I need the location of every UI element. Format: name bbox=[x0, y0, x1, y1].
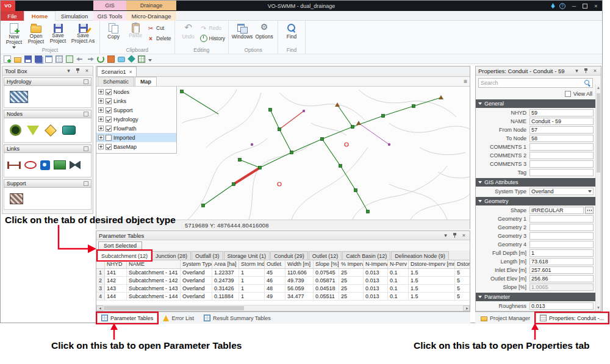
view-all-checkbox[interactable] bbox=[565, 91, 571, 97]
scroll-left-icon[interactable] bbox=[96, 305, 103, 311]
pump-tool-icon[interactable] bbox=[24, 161, 37, 169]
support-tool-icon[interactable] bbox=[10, 193, 23, 204]
windows-button[interactable]: Windows bbox=[232, 22, 253, 40]
column-header[interactable]: N-Perv bbox=[388, 260, 409, 268]
quick-toolbar-icon[interactable] bbox=[118, 57, 125, 62]
cell-nhyd[interactable]: 142 bbox=[105, 277, 127, 284]
quick-toolbar-icon[interactable] bbox=[66, 55, 73, 63]
cell-storm-index[interactable]: 1 bbox=[239, 285, 265, 292]
quick-toolbar-icon[interactable] bbox=[148, 59, 152, 62]
column-header[interactable]: Outlet bbox=[265, 260, 285, 268]
chevron-down-icon[interactable]: ▾ bbox=[442, 232, 449, 239]
property-value-input[interactable] bbox=[529, 160, 594, 168]
section-nodes[interactable]: Nodes bbox=[4, 110, 92, 118]
cell-outlet[interactable]: 49 bbox=[265, 293, 285, 300]
expand-icon[interactable] bbox=[98, 89, 104, 95]
cell-dstore-perv[interactable]: 5 bbox=[455, 285, 470, 292]
options-button[interactable]: ⚙ Options bbox=[254, 22, 274, 40]
close-icon[interactable]: × bbox=[129, 69, 132, 75]
column-header[interactable]: Width [m] bbox=[285, 260, 314, 268]
cell-system-type[interactable]: Overland bbox=[181, 277, 212, 284]
quick-toolbar-icon[interactable] bbox=[107, 55, 115, 63]
cell-width[interactable]: 110.606 bbox=[285, 269, 314, 276]
property-value-input[interactable] bbox=[529, 224, 594, 231]
cell-slope[interactable]: 0.04518 bbox=[314, 285, 339, 292]
quick-toolbar-icon[interactable] bbox=[14, 57, 21, 63]
section-support[interactable]: Support bbox=[4, 179, 92, 188]
cell-dstore-perv[interactable]: 5 bbox=[455, 293, 470, 300]
property-value-input[interactable]: 0.013 bbox=[529, 302, 594, 310]
cell-n-imperv[interactable]: 0.013 bbox=[364, 285, 388, 292]
cell-name[interactable]: Subcatchment - 143 bbox=[127, 285, 181, 292]
find-button[interactable]: Find bbox=[281, 22, 302, 40]
layer-item[interactable]: BaseMap bbox=[96, 142, 176, 151]
object-type-tab[interactable]: Catch Basin (12) bbox=[342, 251, 390, 260]
section-parameter[interactable]: Parameter bbox=[476, 293, 595, 301]
cell-outlet[interactable]: 45 bbox=[265, 269, 285, 276]
chevron-down-icon[interactable]: ▾ bbox=[65, 68, 72, 74]
tab-file[interactable]: File bbox=[1, 11, 24, 21]
menu-icon[interactable]: ≡ bbox=[464, 78, 467, 85]
column-header[interactable]: NHYD bbox=[105, 260, 127, 268]
property-value-input[interactable] bbox=[529, 169, 594, 176]
section-gis-attributes[interactable]: GIS Attributes bbox=[476, 178, 595, 187]
cell-n-perv[interactable]: 0.1 bbox=[388, 277, 409, 284]
delete-button[interactable]: × Delete bbox=[147, 35, 171, 42]
object-type-tab[interactable]: Delineation Node (9) bbox=[391, 251, 449, 260]
cell-slope[interactable]: 0.05511 bbox=[314, 293, 339, 300]
vertical-scrollbar[interactable] bbox=[595, 85, 601, 311]
ellipsis-button[interactable] bbox=[585, 207, 594, 214]
expand-icon[interactable] bbox=[98, 135, 104, 140]
undo-button[interactable]: ↶ Undo bbox=[178, 22, 199, 40]
water-drop-icon[interactable] bbox=[551, 3, 555, 9]
pin-icon[interactable] bbox=[583, 68, 589, 74]
new-project-button[interactable]: New Project bbox=[4, 22, 24, 49]
expand-icon[interactable] bbox=[98, 144, 104, 149]
property-value-input[interactable]: Overland bbox=[529, 188, 594, 195]
quick-toolbar-icon[interactable] bbox=[56, 55, 63, 63]
layer-item[interactable]: Imported bbox=[96, 133, 176, 142]
scrollbar-thumb[interactable] bbox=[104, 306, 244, 310]
search-input[interactable] bbox=[481, 80, 584, 86]
column-header[interactable]: Dstore-Perv [n bbox=[455, 260, 470, 268]
layer-checkbox[interactable] bbox=[106, 126, 112, 132]
property-value-input[interactable]: 57 bbox=[529, 126, 594, 134]
object-type-tab[interactable]: Conduit (29) bbox=[270, 251, 308, 260]
layer-checkbox[interactable] bbox=[106, 144, 112, 150]
quick-toolbar-icon[interactable] bbox=[127, 55, 135, 63]
cut-button[interactable]: ✂ Cut bbox=[147, 24, 171, 32]
chevron-down-icon[interactable] bbox=[588, 190, 592, 193]
save-project-button[interactable]: Save Project bbox=[48, 22, 68, 45]
layer-item[interactable]: Nodes bbox=[96, 87, 176, 96]
cell-dstore-perv[interactable]: 5 bbox=[455, 277, 470, 284]
property-value-input[interactable] bbox=[529, 241, 594, 248]
cell-dstore-imperv[interactable]: 1.5 bbox=[409, 285, 455, 292]
maximize-button[interactable] bbox=[583, 4, 587, 9]
tab-home[interactable]: Home bbox=[24, 11, 56, 21]
outlet-tool-icon[interactable] bbox=[70, 161, 81, 170]
cell-pct-imperv[interactable]: 25 bbox=[339, 277, 364, 284]
dock-tab[interactable]: Parameter Tables bbox=[97, 313, 157, 323]
quick-toolbar-icon[interactable] bbox=[4, 55, 11, 63]
pin-icon[interactable] bbox=[74, 68, 81, 74]
property-value-input[interactable]: 257.601 bbox=[529, 266, 594, 274]
table-row[interactable]: 4 144 Subcatchment - 144 Overland 0.1188… bbox=[96, 293, 470, 301]
table-row[interactable]: 3 143 Subcatchment - 143 Overland 0.3142… bbox=[96, 285, 470, 293]
quick-toolbar-icon[interactable] bbox=[45, 55, 52, 63]
cell-n-imperv[interactable]: 0.013 bbox=[364, 269, 388, 276]
tab-map[interactable]: Map bbox=[135, 77, 157, 86]
cell-storm-index[interactable]: 1 bbox=[239, 277, 265, 284]
cell-area[interactable]: 0.24739 bbox=[212, 277, 239, 284]
layer-item[interactable]: Hydrology bbox=[96, 115, 176, 124]
quick-toolbar-icon[interactable] bbox=[35, 55, 42, 63]
cell-system-type[interactable]: Overland bbox=[181, 269, 212, 276]
scenario-tab[interactable]: Scenario1 × bbox=[97, 66, 137, 76]
quick-toolbar-icon[interactable] bbox=[97, 55, 104, 63]
cell-outlet[interactable]: 48 bbox=[265, 285, 285, 292]
scroll-right-icon[interactable] bbox=[463, 305, 470, 311]
search-box[interactable] bbox=[478, 78, 593, 88]
object-type-tab[interactable]: Outlet (12) bbox=[309, 251, 342, 260]
column-header[interactable]: % Imperv bbox=[339, 260, 364, 268]
object-type-tab[interactable]: Outfall (3) bbox=[192, 251, 223, 260]
cell-system-type[interactable]: Overland bbox=[181, 285, 212, 292]
